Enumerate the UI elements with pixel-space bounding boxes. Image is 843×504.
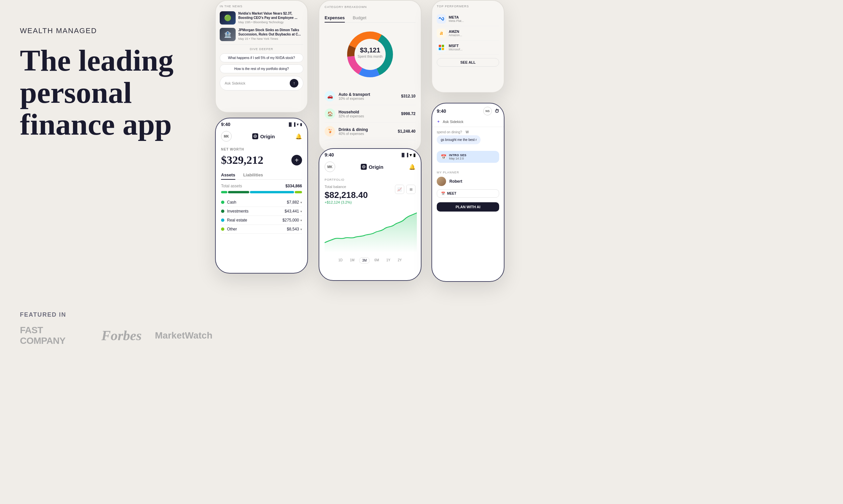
phone-portfolio: 9:40 ▐▌▐ ▾ ▮ MK Origin 🔔 PORTFOLIO Total… xyxy=(319,148,422,281)
intro-ses-label: INTRO SES xyxy=(449,154,467,157)
featured-in-section: FEATURED IN FAST COMPANY Forbes MarketWa… xyxy=(20,311,212,346)
meta-logo xyxy=(437,14,446,23)
svg-point-1 xyxy=(255,136,256,137)
net-worth-section: NET WORTH $329,212 + Assets Liabilities … xyxy=(216,144,307,238)
origin-logo-icon xyxy=(252,133,258,139)
time-tab-3m[interactable]: 3M xyxy=(359,257,370,264)
portfolio-chart-svg xyxy=(325,210,417,253)
ask-sidekick-bar[interactable]: Ask Sidekick ↑ xyxy=(220,76,303,91)
app-logo-portfolio: Origin xyxy=(361,164,383,170)
chevron-realestate: ▾ xyxy=(300,218,302,222)
asset-value-other: $8,543 xyxy=(287,227,299,231)
advisor-name: Robert xyxy=(449,179,462,184)
dive-deeper-label: DIVE DEEPER xyxy=(220,48,303,51)
portfolio-balance-label: Total balance xyxy=(325,185,368,189)
question-pill-1[interactable]: What happens if I sell 5% of my NVDA sto… xyxy=(220,53,303,62)
advisor-avatar xyxy=(437,177,446,186)
asset-value-cash: $7,882 xyxy=(287,200,299,204)
news-text-2: JPMorgan Stock Sinks as Dimon Talks Succ… xyxy=(238,28,303,41)
svg-text:Spent this month: Spent this month xyxy=(358,55,382,58)
news-item-1: 🟢 Nvidia's Market Value Nears $2.3T, Boo… xyxy=(220,11,303,24)
time-tab-1m[interactable]: 1M xyxy=(347,257,357,264)
svg-point-11 xyxy=(363,166,364,167)
intro-card-content: 📅 INTRO SES May 14 2:0 xyxy=(441,154,495,160)
tab-assets[interactable]: Assets xyxy=(221,170,235,179)
asset-tabs: Assets Liabilities xyxy=(221,170,302,180)
status-bar-networth: 9:40 ▐▌▐ ▾ ▮ xyxy=(216,119,307,129)
cat-icon-dining: 🍹 xyxy=(325,126,335,137)
question-pill-2[interactable]: How is the rest of my portfolio doing? xyxy=(220,64,303,73)
intro-card-section: 📅 INTRO SES May 14 2:0 xyxy=(432,149,504,168)
net-worth-value: $329,212 xyxy=(221,154,263,166)
logo-forbes: Forbes xyxy=(101,328,141,343)
progress-investments xyxy=(228,191,249,193)
asset-name-investments: Investments xyxy=(227,209,248,214)
wealth-managed-label: WEALTH MANAGED xyxy=(20,26,212,35)
phone-category: CATEGORY BREAKDOWN Expenses Budget xyxy=(319,0,422,152)
amzn-fullname: Amazon... xyxy=(449,34,462,37)
calendar-meet-icon: 📅 xyxy=(441,192,445,195)
time-tab-1y[interactable]: 1Y xyxy=(384,257,393,264)
net-worth-value-row: $329,212 + xyxy=(221,154,302,166)
status-icons: ▐▌▐ ▾ ▮ xyxy=(288,122,302,127)
grid-icon[interactable]: ⊞ xyxy=(406,185,415,194)
asset-row-cash[interactable]: Cash $7,882 ▾ xyxy=(221,198,302,207)
asset-dot-realestate xyxy=(221,218,224,222)
progress-cash xyxy=(221,191,227,193)
time-tab-1d[interactable]: 1D xyxy=(336,257,345,264)
app-header-networth: MK Origin 🔔 xyxy=(216,129,307,144)
asset-name-cash: Cash xyxy=(227,200,236,204)
asset-row-investments[interactable]: Investments $43,441 ▾ xyxy=(221,207,302,216)
send-button[interactable]: ↑ xyxy=(290,79,298,88)
news-item-2: 🏦 JPMorgan Stock Sinks as Dimon Talks Su… xyxy=(220,28,303,41)
progress-other xyxy=(295,191,302,193)
asset-dot-other xyxy=(221,228,224,231)
plan-with-ai-button[interactable]: PLAN WITH AI xyxy=(437,202,499,212)
performer-msft: MSFT Microsof... xyxy=(437,40,499,55)
svg-text:$3,121: $3,121 xyxy=(360,47,380,54)
performers-section-label: TOP PERFORMERS xyxy=(437,5,499,8)
asset-name-realestate: Real estate xyxy=(227,218,247,222)
tab-liabilities[interactable]: Liabilities xyxy=(243,170,263,179)
cat-name-household: Household xyxy=(339,110,364,114)
news-thumb-2: 🏦 xyxy=(220,28,236,41)
avatar-portfolio: MK xyxy=(325,161,335,172)
portfolio-value: $82,218.40 xyxy=(325,190,368,200)
chevron-investments: ▾ xyxy=(300,210,302,213)
asset-row-other[interactable]: Other $8,543 ▾ xyxy=(221,225,302,234)
phone-planner: 9:40 NS ⏱ ✦ Ask Sidekick spend on dining… xyxy=(431,103,504,282)
bell-icon-networth[interactable]: 🔔 xyxy=(295,133,302,140)
cat-sub-dining: 40% of expenses xyxy=(339,132,368,136)
meet-button[interactable]: 📅 MEET xyxy=(437,189,499,198)
my-planner-section: MY PLANNER Robert 📅 MEET xyxy=(432,168,504,200)
time-tab-6m[interactable]: 6M xyxy=(372,257,382,264)
chevron-cash: ▾ xyxy=(300,201,302,204)
bell-icon-portfolio[interactable]: 🔔 xyxy=(409,164,415,170)
asset-row-realestate[interactable]: Real estate $275,000 ▾ xyxy=(221,216,302,225)
logo-fastcompany: FAST COMPANY xyxy=(20,325,88,346)
clock-icon: ⏱ xyxy=(495,108,499,114)
asset-value-realestate: $275,000 xyxy=(282,218,299,222)
line-chart-icon[interactable]: 📈 xyxy=(395,185,404,194)
category-auto: 🚗 Auto & transport 10% of expenses $312.… xyxy=(325,88,415,105)
cat-sub-auto: 10% of expenses xyxy=(339,97,370,101)
see-all-button[interactable]: SEE ALL xyxy=(437,58,499,67)
origin-logo-icon-portfolio xyxy=(361,164,367,170)
calendar-icon: 📅 xyxy=(441,154,446,160)
time-tab-2y[interactable]: 2Y xyxy=(395,257,404,264)
status-bar-planner: 9:40 NS ⏱ xyxy=(432,104,504,117)
app-logo-networth: Origin xyxy=(252,133,275,139)
tab-budget[interactable]: Budget xyxy=(353,13,366,22)
chat-section: spend on dining? W gs brought me the bes… xyxy=(432,127,504,149)
portfolio-balance-row: Total balance $82,218.40 +$12,124 (3.2%)… xyxy=(325,185,415,208)
add-button[interactable]: + xyxy=(291,155,302,165)
hero-title: The leading personal finance app xyxy=(20,44,212,141)
app-header-portfolio: MK Origin 🔔 xyxy=(319,160,421,174)
logo-marketwatch: MarketWatch xyxy=(155,330,212,341)
ask-sidekick-row[interactable]: ✦ Ask Sidekick xyxy=(432,117,504,127)
chat-bubble-2: gs brought me the best r xyxy=(437,135,481,144)
time-tabs: 1D 1M 3M 6M 1Y 2Y xyxy=(325,257,415,264)
avatar-networth: MK xyxy=(221,131,232,142)
status-bar-portfolio: 9:40 ▐▌▐ ▾ ▮ xyxy=(319,149,421,160)
tab-expenses[interactable]: Expenses xyxy=(325,13,345,22)
